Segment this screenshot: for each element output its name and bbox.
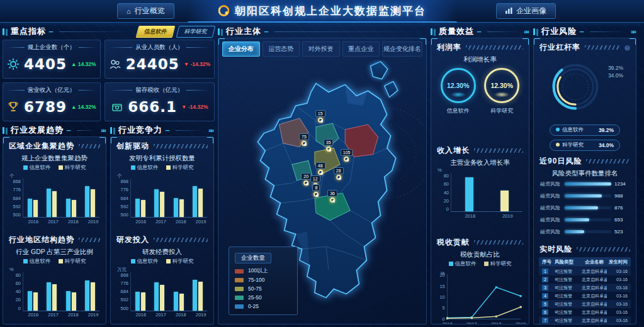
filter-信息软件[interactable]: 信息软件 bbox=[136, 26, 176, 38]
svg-text:10: 10 bbox=[439, 294, 444, 300]
bar-chart: % 806040200 20182019 bbox=[434, 167, 526, 219]
hatch-decoration bbox=[154, 238, 208, 242]
expand-icon[interactable]: »» bbox=[208, 127, 214, 134]
app-title-bar: 朝阳区科创规上企业大数据监测平台 bbox=[188, 0, 456, 23]
svg-text:2019: 2019 bbox=[516, 321, 526, 324]
risk-table-row[interactable]: 5司法预警 北京启科卓越科技有限公司03-16 bbox=[539, 300, 631, 308]
indicator-filter-toggle: 信息软件科学研究 bbox=[137, 26, 214, 38]
block-title: 行业地区结构趋势 bbox=[9, 235, 74, 245]
stat-value: 6789 bbox=[24, 99, 67, 115]
block-90day-risk: 近90日风险 风险类型事件数量排名 融资风险 1234 融资风险 988 融资风… bbox=[534, 152, 636, 240]
expand-icon[interactable]: »» bbox=[101, 127, 106, 134]
stat-delta: ▲ 14.32% bbox=[71, 61, 96, 67]
block-title: 研发投入 bbox=[116, 235, 149, 245]
legend-item: 75-100 bbox=[235, 275, 291, 284]
map-marker[interactable]: 48 bbox=[315, 162, 325, 175]
divider bbox=[590, 31, 626, 32]
tab-label: 行业概览 bbox=[135, 6, 165, 16]
chart-title: 风险类型事件数量排名 bbox=[536, 169, 633, 178]
block-title: 创新驱动 bbox=[116, 141, 149, 152]
key-indicator-cards: 规上企业数（个） 4405 ▲ 14.32% 从业人员数（人） 24405 ▼ … bbox=[3, 40, 214, 121]
people-icon bbox=[109, 58, 121, 70]
map-marker[interactable]: 105 bbox=[341, 149, 353, 162]
section-header-main-body: 行业主体 bbox=[218, 25, 427, 38]
svg-text:5: 5 bbox=[443, 305, 445, 311]
tab-enterprise-portrait[interactable]: 企业画像 bbox=[496, 3, 556, 19]
ring-label: 信息软件 bbox=[447, 107, 470, 115]
section-title: 质量效益 bbox=[439, 26, 482, 37]
risk-table-row[interactable]: 4司法预警 北京启科卓越科技有限公司03-16 bbox=[539, 292, 631, 300]
divider bbox=[274, 31, 424, 32]
chart-title: 主营业务收入增长率 bbox=[434, 158, 526, 167]
home-icon: ⌂ bbox=[127, 8, 131, 15]
trophy-icon bbox=[7, 101, 20, 113]
section-bars-icon bbox=[3, 127, 4, 134]
risk-table-row[interactable]: 1司法预警 北京启科卓越科技有限公司03-16 bbox=[539, 267, 631, 275]
hatch-decoration bbox=[474, 148, 523, 153]
stat-label: 规上企业数（个） bbox=[7, 43, 96, 52]
block-title: 行业杠杆率 bbox=[539, 42, 580, 53]
legend-item: 50-75 bbox=[235, 284, 291, 293]
section-header-quality: 质量效益 »» bbox=[431, 25, 529, 38]
section-bars-icon bbox=[110, 127, 112, 134]
expand-icon[interactable]: »» bbox=[631, 28, 636, 35]
chart-title: 税收贡献占比 bbox=[434, 250, 526, 259]
stat-value: 4405 bbox=[24, 56, 67, 72]
expand-icon[interactable]: »» bbox=[524, 28, 529, 35]
risk-table-rows: 1司法预警 北京启科卓越科技有限公司03-16 2司法预警 北京启科卓越科技有限… bbox=[539, 267, 631, 324]
chart-title: 行业 GDP 占第三产业比例 bbox=[6, 248, 103, 257]
risk-table-row[interactable]: 3司法预警 北京启科卓越科技有限公司03-16 bbox=[539, 284, 631, 292]
app-title: 朝阳区科创规上企业大数据监测平台 bbox=[235, 4, 426, 18]
filter-科学研究[interactable]: 科学研究 bbox=[176, 26, 216, 38]
map-marker[interactable]: 35 bbox=[324, 139, 334, 152]
tab-industry-overview[interactable]: ⌂ 行业概览 bbox=[117, 3, 174, 19]
divider bbox=[59, 31, 132, 32]
chart-legend: 信息软件 科学研究 bbox=[113, 164, 211, 172]
tab-运营态势[interactable]: 运营态势 bbox=[263, 42, 300, 57]
tab-对外投资[interactable]: 对外投资 bbox=[302, 42, 340, 57]
chart-block-innovation: 创新驱动 发明专利累计授权数量 信息软件 科学研究 个 868776684592… bbox=[111, 137, 213, 231]
gauge-legend: 信息软件39.2%科学研究34.0% bbox=[536, 125, 633, 151]
tab-企业分布[interactable]: 企业分布 bbox=[222, 42, 260, 57]
svg-text:2016: 2016 bbox=[442, 321, 452, 324]
section-bars-icon bbox=[3, 28, 4, 35]
block-tax-contribution: 税收贡献 税收贡献占比 信息软件 科学研究 %05101520201620172… bbox=[431, 233, 529, 324]
map-marker[interactable]: 28 bbox=[334, 167, 344, 180]
risk-bar-row: 融资风险 988 bbox=[536, 190, 633, 202]
main-body-tabs: 企业分布运营态势对外投资重点企业规企变化排名 bbox=[218, 38, 426, 58]
section-title: 行业风险 bbox=[541, 26, 585, 37]
block-title: 收入增长 bbox=[437, 145, 470, 156]
map-marker[interactable]: 75 bbox=[299, 133, 309, 146]
stat-card: 留存税收（亿元） 666.1 ▼ -14.32% bbox=[105, 82, 215, 121]
section-title: 行业发展趋势 bbox=[11, 125, 72, 136]
map-legend: 企业数量 100以上75-10050-7525-500-25 bbox=[229, 247, 298, 315]
hatch-decoration bbox=[154, 144, 208, 148]
info-icon[interactable]: ◎ bbox=[624, 44, 630, 51]
stat-card: 营业收入（亿元） 6789 ▲ 14.32% bbox=[3, 82, 101, 121]
map-marker[interactable]: 15 bbox=[315, 110, 325, 123]
section-header-key-indicators: 重点指标 信息软件科学研究 bbox=[3, 25, 214, 38]
stat-label: 留存税收（亿元） bbox=[109, 86, 210, 94]
divider bbox=[176, 130, 203, 131]
profit-rings: 12.30% 信息软件 12.30% 科学研究 bbox=[434, 64, 526, 116]
risk-table-row[interactable]: 7司法预警 北京启科卓越科技有限公司03-16 bbox=[539, 316, 631, 324]
block-title: 近90日风险 bbox=[539, 156, 582, 167]
risk-table-row[interactable]: 6司法预警 北京启科卓越科技有限公司03-16 bbox=[539, 308, 631, 316]
legend-item: 0-25 bbox=[235, 302, 291, 311]
map-marker[interactable]: 8 bbox=[312, 184, 320, 197]
legend-item: 25-50 bbox=[235, 293, 291, 302]
section-header-development: 行业发展趋势 »» bbox=[3, 124, 106, 136]
logo-icon bbox=[218, 5, 229, 16]
map-marker[interactable]: 36 bbox=[327, 190, 337, 202]
tab-规企变化排名[interactable]: 规企变化排名 bbox=[382, 42, 422, 57]
stat-delta: ▼ -14.32% bbox=[184, 61, 210, 67]
map-marker[interactable]: 20 bbox=[301, 173, 311, 186]
grouped-bar-chart: 万元 868776684592500 2016201720182019 bbox=[113, 267, 211, 319]
stat-card: 规上企业数（个） 4405 ▲ 14.32% bbox=[3, 40, 101, 79]
section-bars-icon bbox=[533, 28, 535, 35]
risk-table-row[interactable]: 2司法预警 北京启科卓越科技有限公司03-16 bbox=[539, 275, 631, 284]
block-title: 实时风险 bbox=[539, 244, 572, 255]
svg-text:2018: 2018 bbox=[491, 321, 501, 324]
tab-重点企业[interactable]: 重点企业 bbox=[342, 42, 380, 57]
hbar-chart: 融资风险 1234 融资风险 988 融资风险 876 融资风险 653 融资风… bbox=[536, 178, 633, 238]
